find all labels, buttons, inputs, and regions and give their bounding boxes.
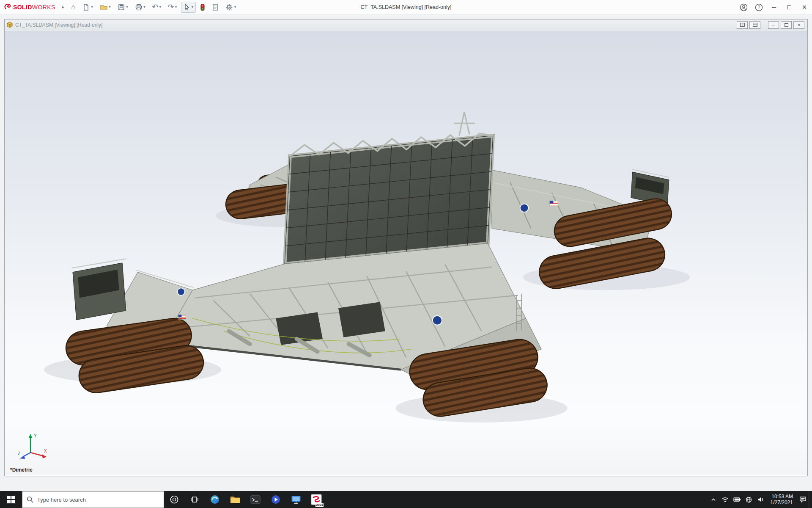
undo-button[interactable]: ↶ ▾	[150, 2, 164, 13]
select-tool-caret[interactable]: ▾	[192, 5, 193, 9]
solidworks-version-badge: 2021	[315, 503, 324, 507]
redo-button[interactable]: ↷ ▾	[165, 2, 179, 13]
taskbar-search[interactable]	[22, 491, 164, 508]
model-front-left-tracks	[83, 335, 187, 376]
graphics-viewport[interactable]: Y X Z *Dimetric	[5, 31, 807, 475]
orientation-triad: Y X Z	[17, 431, 50, 461]
home-icon: ⌂	[71, 3, 75, 11]
preview-pane-button[interactable]	[737, 21, 748, 29]
new-document-button[interactable]: ▾	[80, 2, 95, 13]
cortana-icon	[170, 495, 179, 504]
search-icon	[27, 496, 33, 503]
maximize-button[interactable]	[782, 0, 797, 14]
hidden-icons-button[interactable]	[708, 491, 719, 508]
terminal-icon	[250, 495, 261, 504]
terminal-button[interactable]	[245, 491, 266, 508]
file-explorer-icon	[230, 495, 240, 504]
maximize-icon	[787, 6, 791, 9]
help-button[interactable]: ?	[751, 0, 766, 14]
battery-button[interactable]	[731, 491, 743, 508]
doc-restore-icon	[785, 23, 788, 27]
media-app-icon	[271, 494, 281, 505]
close-icon: ×	[802, 3, 807, 12]
network-button[interactable]	[719, 491, 731, 508]
task-view-icon	[190, 496, 199, 503]
rebuild-stoplight-icon	[200, 3, 205, 11]
cortana-button[interactable]	[164, 491, 184, 508]
doc-close-button[interactable]: ×	[793, 21, 804, 29]
app-title: CT_TA.SLDASM [Viewing] [Read-only]	[361, 4, 452, 10]
select-cursor-icon	[184, 3, 190, 11]
app-titlebar: SOLIDWORKS ▸ ⌂ ▾ ▾ ▾ ▾ ↶ ▾ ↷ ▾	[0, 0, 812, 14]
brand-name: SOLIDWORKS	[13, 4, 55, 11]
taskbar-clock[interactable]: 10:53 AM 1/27/2021	[767, 491, 797, 508]
edge-icon	[210, 494, 220, 505]
redo-icon: ↷	[168, 3, 174, 11]
search-input[interactable]	[37, 497, 147, 503]
document-window: CT_TA.SLDASM [Viewing] [Read-only] ─ ×	[4, 19, 808, 476]
action-center-button[interactable]	[797, 491, 809, 508]
brand-light: WORKS	[32, 4, 55, 11]
doc-close-icon: ×	[797, 22, 801, 28]
print-caret[interactable]: ▾	[144, 5, 145, 9]
rebuild-button[interactable]	[198, 2, 208, 13]
crawler-transporter-model	[5, 31, 807, 475]
save-button[interactable]: ▾	[115, 2, 131, 13]
close-button[interactable]: ×	[797, 0, 812, 14]
document-titlebar[interactable]: CT_TA.SLDASM [Viewing] [Read-only] ─ ×	[5, 19, 807, 30]
brand-bold: SOLID	[13, 4, 32, 11]
print-icon	[135, 3, 143, 11]
task-view-button[interactable]	[184, 491, 205, 508]
battery-icon	[733, 497, 741, 502]
triad-x-label: X	[44, 449, 47, 453]
language-button[interactable]	[743, 491, 755, 508]
select-tool-button[interactable]: ▾	[181, 2, 196, 13]
monitor-app-icon	[291, 495, 301, 504]
options-button[interactable]: ▾	[223, 2, 239, 13]
user-account-icon	[740, 3, 748, 11]
new-document-icon	[82, 3, 90, 11]
chevron-up-icon	[710, 497, 716, 502]
doc-restore-button[interactable]	[781, 21, 792, 29]
undo-caret[interactable]: ▾	[159, 5, 161, 9]
file-explorer-button[interactable]	[225, 491, 245, 508]
edge-button[interactable]	[205, 491, 225, 508]
details-pane-icon	[753, 23, 757, 27]
show-desktop-button[interactable]	[809, 491, 812, 508]
new-document-caret[interactable]: ▾	[91, 5, 93, 9]
dassault-3ds-icon	[4, 3, 11, 11]
model-front-middle-tracks	[428, 357, 530, 399]
minimize-icon: ─	[772, 4, 776, 11]
details-pane-button[interactable]	[749, 21, 760, 29]
save-caret[interactable]: ▾	[126, 5, 128, 9]
minimize-button[interactable]: ─	[766, 0, 782, 14]
volume-button[interactable]	[755, 491, 767, 508]
home-button[interactable]: ⌂	[69, 2, 78, 13]
triad-z-label: Z	[18, 451, 20, 456]
file-properties-button[interactable]	[209, 2, 221, 13]
start-button[interactable]	[0, 491, 22, 508]
windows-logo-icon	[7, 496, 15, 503]
speaker-icon	[757, 497, 764, 502]
preview-pane-icon	[740, 23, 745, 27]
document-title: CT_TA.SLDASM [Viewing] [Read-only]	[15, 22, 102, 28]
monitor-app-button[interactable]	[286, 491, 306, 508]
solidworks-app-button[interactable]: 2021	[306, 491, 326, 508]
action-center-icon	[799, 496, 807, 503]
redo-caret[interactable]: ▾	[175, 5, 177, 9]
svg-text:?: ?	[757, 5, 760, 10]
clock-time: 10:53 AM	[771, 494, 793, 500]
print-button[interactable]: ▾	[132, 2, 148, 13]
open-button[interactable]: ▾	[97, 2, 113, 13]
windows-taskbar: 2021 10:53 AM	[0, 491, 812, 508]
account-button[interactable]	[736, 0, 751, 14]
media-app-button[interactable]	[266, 491, 286, 508]
options-caret[interactable]: ▾	[234, 5, 236, 9]
open-caret[interactable]: ▾	[109, 5, 111, 9]
wifi-icon	[721, 497, 729, 502]
doc-minimize-button[interactable]: ─	[768, 21, 779, 29]
menu-expand-arrow-icon[interactable]: ▸	[59, 4, 68, 10]
help-icon: ?	[755, 3, 763, 11]
doc-minimize-icon: ─	[772, 22, 775, 28]
save-icon	[118, 3, 125, 11]
